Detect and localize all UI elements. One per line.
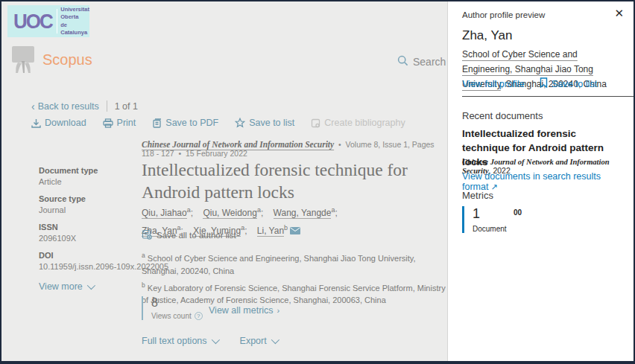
add-to-list-icon <box>142 229 152 241</box>
author-separator: ; <box>261 208 263 218</box>
author: Li, Yanb <box>257 226 300 236</box>
document-details-page: UOC Universitat Oberta de Catalunya Scop… <box>1 1 447 361</box>
uoc-name-line3: de Catalunya <box>60 22 87 36</box>
author: Qiu, Jiahaoa; <box>142 208 193 218</box>
chevron-right-icon: › <box>277 306 280 315</box>
document-title: Intellectualized forensic technique for … <box>142 159 455 203</box>
panel-divider <box>462 96 634 97</box>
uoc-name: Universitat Oberta de Catalunya <box>57 6 89 36</box>
full-text-options-dropdown[interactable]: Full text options <box>142 336 218 346</box>
affiliation-a: a School of Cyber Science and Engineerin… <box>142 249 449 278</box>
export-dropdown[interactable]: Export <box>240 336 277 346</box>
print-button[interactable]: Print <box>103 118 136 128</box>
recent-documents-heading: Recent documents <box>462 110 543 121</box>
meta-label: ISSN <box>39 223 143 232</box>
uoc-name-line1: Universitat <box>60 6 89 13</box>
help-icon[interactable]: ? <box>195 312 203 320</box>
view-documents-link[interactable]: View documents in search results format↗ <box>462 171 634 192</box>
document-toolbar: Download Print Save to PDF <box>31 118 405 128</box>
views-count-value: 8 <box>151 296 203 310</box>
author-actions: View full profile Save to list <box>462 77 597 90</box>
author-separator: ; <box>335 208 337 218</box>
source-line: Chinese Journal of Network and Informati… <box>142 140 447 158</box>
citations-value: 00 <box>514 208 522 217</box>
create-bibliography-button: Create bibliography <box>311 118 405 128</box>
export-label: Export <box>240 336 267 346</box>
author-profile-preview-panel: Author profile preview ✕ Zha, Yan School… <box>447 1 634 361</box>
save-author-to-list-label: Save to list <box>552 79 597 89</box>
search-button[interactable]: Search <box>397 55 446 68</box>
uoc-logo: UOC Universitat Oberta de Catalunya <box>7 5 89 37</box>
pdf-document-icon <box>152 118 162 128</box>
view-full-profile-label: View full profile <box>462 79 525 89</box>
document-count-metric: 1 Document <box>462 206 507 233</box>
meta-value: Journal <box>39 205 143 214</box>
close-icon[interactable]: ✕ <box>614 7 624 20</box>
save-to-list-label: Save to list <box>249 118 294 128</box>
panel-title: Author profile preview <box>462 10 545 19</box>
document-actions: Full text options Export <box>142 336 277 346</box>
author-link[interactable]: Li, Yan <box>257 226 284 237</box>
meta-label: DOI <box>39 251 143 260</box>
views-count-label: Views count ? <box>151 312 203 320</box>
create-bibliography-label: Create bibliography <box>324 118 405 128</box>
views-count-metric: 8 Views count ? <box>142 296 203 320</box>
publication-date: 15 February 2022 <box>186 149 247 158</box>
bullet: • <box>338 140 341 149</box>
result-position: 1 of 1 <box>115 101 138 112</box>
journal-link[interactable]: Chinese Journal of Network and Informati… <box>142 140 334 149</box>
printer-icon <box>103 118 113 128</box>
print-label: Print <box>117 118 136 128</box>
author-link[interactable]: Wang, Yangde <box>274 208 332 219</box>
results-nav: ‹ Back to results 1 of 1 <box>31 100 138 112</box>
chevron-down-icon <box>211 336 219 344</box>
author: Qiu, Weidonga; <box>203 208 263 218</box>
elsevier-tree-icon <box>9 45 37 77</box>
save-to-list-button[interactable]: Save to list <box>235 118 294 128</box>
email-icon[interactable] <box>290 224 300 239</box>
author-link[interactable]: Qiu, Weidong <box>203 208 257 219</box>
back-to-results-label: Back to results <box>38 101 99 112</box>
document-count-label: Document <box>473 225 507 233</box>
document-metadata-sidebar: Document type Article Source type Journa… <box>39 166 143 292</box>
search-icon <box>397 55 408 68</box>
chevron-down-icon <box>271 336 279 344</box>
download-icon <box>31 118 41 128</box>
author-separator: ; <box>191 208 193 218</box>
save-all-authors-label: Save all to author list <box>157 231 236 240</box>
save-to-pdf-label: Save to PDF <box>165 118 218 128</box>
document-count-value: 1 <box>473 206 507 222</box>
back-to-results-link[interactable]: ‹ Back to results <box>31 101 99 112</box>
view-all-metrics-link[interactable]: View all metrics› <box>209 305 279 316</box>
view-full-profile-link[interactable]: View full profile <box>462 79 525 89</box>
meta-label: Document type <box>39 166 143 175</box>
view-more-label: View more <box>39 281 83 292</box>
affiliation-text: School of Cyber Science and Engineering,… <box>142 254 416 275</box>
author-separator: ; <box>244 226 247 236</box>
author-link[interactable]: Qiu, Jiahao <box>142 208 187 219</box>
save-all-authors-button[interactable]: Save all to author list <box>142 229 236 241</box>
meta-value: Article <box>39 177 143 186</box>
meta-label: Source type <box>39 194 143 203</box>
bullet: • <box>178 149 181 158</box>
star-icon <box>235 118 245 128</box>
view-all-metrics-label: View all metrics <box>209 305 274 316</box>
save-to-pdf-button[interactable]: Save to PDF <box>152 118 218 128</box>
full-text-options-label: Full text options <box>142 336 207 346</box>
uoc-acronym: UOC <box>7 11 57 31</box>
meta-value: 10.11959/j.issn.2096-109x.2022005 <box>39 262 143 271</box>
nav-divider <box>107 100 107 112</box>
scopus-wordmark[interactable]: Scopus <box>42 51 92 68</box>
meta-value: 2096109X <box>39 234 143 243</box>
view-more-link[interactable]: View more <box>39 281 143 292</box>
download-label: Download <box>45 118 86 128</box>
download-button[interactable]: Download <box>31 118 86 128</box>
search-label: Search <box>413 56 446 68</box>
author-name: Zha, Yan <box>462 28 512 43</box>
panel-metrics-heading: Metrics <box>462 190 493 201</box>
save-author-to-list-button[interactable]: Save to list <box>540 77 597 90</box>
bookmark-icon <box>540 77 548 90</box>
author: Wang, Yangdea; <box>274 208 338 218</box>
author-affil-sup: b <box>284 224 288 232</box>
app-window: UOC Universitat Oberta de Catalunya Scop… <box>0 0 635 364</box>
